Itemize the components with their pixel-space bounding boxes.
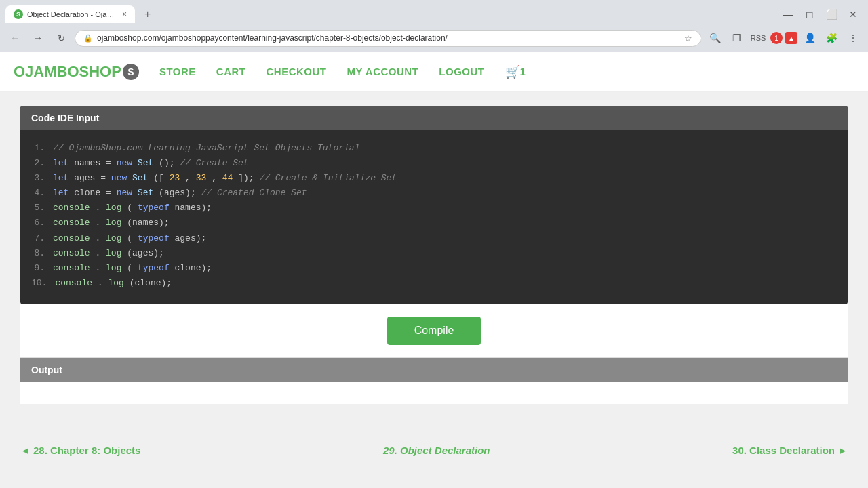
bookmark-icon: ☆ [684, 33, 692, 43]
code-line-8: 8. console . log (ages); [31, 246, 837, 261]
current-page-label: 29. Object Declaration [383, 445, 490, 456]
tab-favicon-icon: S [14, 9, 23, 19]
minimize-button[interactable]: — [778, 5, 797, 24]
new-tab-button[interactable]: + [138, 4, 157, 24]
code-text-1: // OjamboShop.com Learning JavaScript Se… [53, 141, 837, 156]
line-num-6: 6. [31, 216, 45, 230]
back-button[interactable]: ← [5, 28, 24, 47]
code-text-10: console . log (clone); [55, 276, 837, 291]
code-line-7: 7. console . log ( typeof ages); [31, 231, 837, 246]
code-text-7: console . log ( typeof ages); [53, 231, 837, 246]
code-ide-header: Code IDE Input [20, 106, 848, 130]
reload-button[interactable]: ↻ [52, 28, 71, 47]
browser-action-buttons: 🔍 ❐ RSS 1 ▲ 👤 🧩 ⋮ [705, 28, 863, 47]
code-line-9: 9. console . log ( typeof clone); [31, 261, 837, 276]
line-num-8: 8. [31, 246, 45, 261]
code-text-4: let clone = new Set (ages); // Created C… [53, 186, 837, 201]
site-logo[interactable]: OJAMBOSHOP S [14, 63, 139, 81]
code-text-8: console . log (ages); [53, 246, 837, 261]
search-button[interactable]: 🔍 [705, 28, 724, 47]
nav-cart-icon[interactable]: 🛒 1 [505, 64, 526, 79]
code-text-5: console . log ( typeof names); [53, 201, 837, 216]
compile-area: Compile [20, 304, 848, 357]
code-ide-title: Code IDE Input [31, 113, 99, 123]
output-section: Output [20, 357, 848, 404]
output-title: Output [31, 365, 62, 375]
code-line-3: 3. let ages = new Set ([ 23 , 33 , 44 ] [31, 171, 837, 186]
page-content: OJAMBOSHOP S STORE CART CHECKOUT MY ACCO… [0, 52, 868, 470]
profile-button[interactable]: 👤 [800, 28, 819, 47]
code-line-5: 5. console . log ( typeof names); [31, 201, 837, 216]
cart-count: 1 [520, 66, 526, 77]
line-num-7: 7. [31, 231, 45, 246]
nav-cart[interactable]: CART [216, 66, 246, 77]
restore-button[interactable]: ◻ [800, 5, 819, 24]
code-text-2: let names = new Set (); // Create Set [53, 156, 837, 171]
line-num-10: 10. [31, 276, 47, 291]
line-num-3: 3. [31, 171, 45, 186]
tab-title: Object Declaration - Ojamb... [27, 10, 115, 18]
code-text-9: console . log ( typeof clone); [53, 261, 837, 276]
output-body [20, 382, 848, 404]
next-page-link[interactable]: 30. Class Declaration ► [732, 445, 848, 456]
browser-titlebar: S Object Declaration - Ojamb... × + — ◻ … [0, 0, 868, 24]
settings-button[interactable]: ⋮ [844, 28, 863, 47]
line-num-2: 2. [31, 156, 45, 171]
line-num-5: 5. [31, 201, 45, 216]
code-line-4: 4. let clone = new Set (ages); // Create… [31, 186, 837, 201]
browser-window: S Object Declaration - Ojamb... × + — ◻ … [0, 0, 868, 52]
prev-page-link[interactable]: ◄ 28. Chapter 8: Objects [20, 445, 140, 456]
nav-checkout[interactable]: CHECKOUT [267, 66, 327, 77]
browser-tab[interactable]: S Object Declaration - Ojamb... × [5, 5, 135, 23]
code-line-10: 10. console . log (clone); [31, 276, 837, 291]
code-text-3: let ages = new Set ([ 23 , 33 , 44 ]); /… [53, 171, 837, 186]
code-ide: Code IDE Input 1. // OjamboShop.com Lear… [20, 106, 848, 304]
maximize-button[interactable]: ⬜ [822, 5, 841, 24]
code-text-6: console . log (names); [53, 216, 837, 230]
output-header: Output [20, 358, 848, 382]
site-nav: OJAMBOSHOP S STORE CART CHECKOUT MY ACCO… [0, 52, 868, 92]
lock-icon: 🔒 [83, 34, 93, 43]
nav-store[interactable]: STORE [159, 66, 196, 77]
extensions-button[interactable]: 🧩 [822, 28, 841, 47]
address-bar[interactable]: 🔒 ☆ [75, 30, 701, 47]
logo-badge: S [123, 64, 139, 80]
line-num-1: 1. [31, 141, 45, 156]
code-body[interactable]: 1. // OjamboShop.com Learning JavaScript… [20, 130, 848, 304]
forward-button[interactable]: → [28, 28, 47, 47]
rss-button[interactable]: RSS [749, 28, 768, 47]
tab-close-icon[interactable]: × [122, 9, 127, 19]
share-button[interactable]: ❐ [727, 28, 746, 47]
page-footer-nav: ◄ 28. Chapter 8: Objects 29. Object Decl… [0, 431, 868, 470]
line-num-9: 9. [31, 261, 45, 276]
shield-extension[interactable]: ▲ [785, 32, 797, 44]
url-input[interactable] [97, 33, 680, 43]
compile-button[interactable]: Compile [387, 317, 481, 345]
code-line-2: 2. let names = new Set (); // Create Set [31, 156, 837, 171]
code-line-1: 1. // OjamboShop.com Learning JavaScript… [31, 141, 837, 156]
nav-logout[interactable]: LOGOUT [439, 66, 484, 77]
browser-toolbar: ← → ↻ 🔒 ☆ 🔍 ❐ RSS 1 ▲ 👤 🧩 ⋮ [0, 24, 868, 52]
line-num-4: 4. [31, 186, 45, 201]
extension-badge[interactable]: 1 [770, 32, 783, 44]
cart-shopping-icon: 🛒 [505, 64, 520, 79]
code-line-6: 6. console . log (names); [31, 216, 837, 230]
main-content: Code IDE Input 1. // OjamboShop.com Lear… [0, 92, 868, 431]
close-button[interactable]: ✕ [844, 5, 863, 24]
logo-text: OJAMBOSHOP [14, 63, 121, 81]
nav-my-account[interactable]: MY ACCOUNT [347, 66, 419, 77]
